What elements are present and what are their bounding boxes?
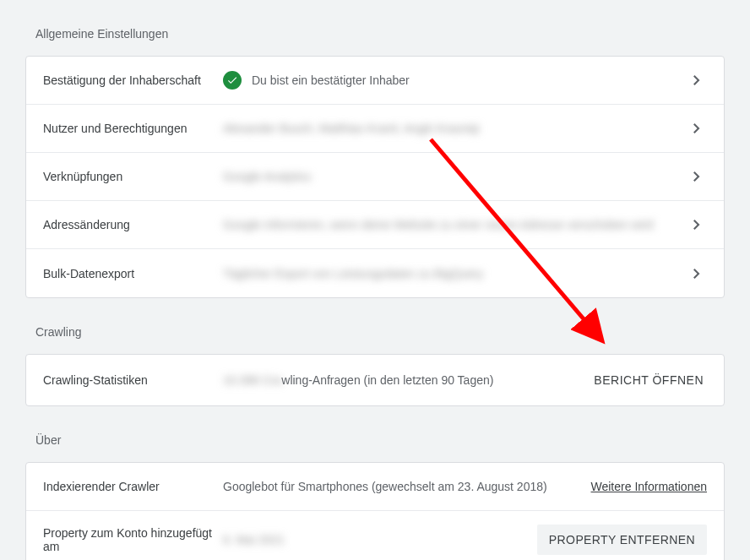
row-label: Verknüpfungen: [43, 170, 223, 183]
crawler-value: Googlebot für Smartphones (gewechselt am…: [223, 480, 547, 493]
section-title-general: Allgemeine Einstellungen: [35, 27, 725, 41]
row-label: Bestätigung der Inhaberschaft: [43, 73, 223, 87]
chevron-right-icon: [687, 118, 707, 139]
row-property-added: Property zum Konto hinzugefügt am 6. Mai…: [26, 511, 724, 560]
section-title-crawling: Crawling: [35, 325, 725, 339]
chevron-right-icon: [687, 215, 707, 235]
chevron-right-icon: [687, 166, 707, 187]
row-label: Adressänderung: [43, 218, 223, 231]
section-title-about: Über: [35, 433, 725, 447]
check-circle-icon: [223, 71, 242, 90]
blurred-value: Google Analytics: [223, 170, 311, 183]
row-users-permissions[interactable]: Nutzer und Berechtigungen Alexander Busc…: [26, 105, 724, 153]
chevron-right-icon: [687, 264, 707, 284]
row-label: Property zum Konto hinzugefügt am: [43, 526, 223, 553]
blurred-value: Täglicher Export von Leistungsdaten zu B…: [223, 267, 483, 280]
row-content: 10.396 Crawling-Anfragen (in den letzten…: [223, 373, 590, 387]
blurred-value: Google informieren, wenn deine Website z…: [223, 218, 653, 231]
row-label: Indexierender Crawler: [43, 480, 223, 493]
row-indexing-crawler: Indexierender Crawler Googlebot für Smar…: [26, 463, 724, 511]
blurred-prefix: 10.396 Cra: [223, 373, 281, 387]
chevron-right-icon: [687, 70, 707, 90]
crawling-card: Crawling-Statistiken 10.396 Crawling-Anf…: [25, 354, 725, 406]
blurred-value: 6. Mai 2021: [223, 533, 285, 546]
open-report-button[interactable]: BERICHT ÖFFNEN: [590, 367, 707, 394]
row-address-change[interactable]: Adressänderung Google informieren, wenn …: [26, 201, 724, 249]
blurred-value: Alexander Busch, Matthias Kraml, Angki K…: [223, 122, 479, 135]
row-content: 6. Mai 2021: [223, 533, 537, 546]
row-crawling-stats: Crawling-Statistiken 10.396 Crawling-Anf…: [26, 355, 724, 405]
row-bulk-export[interactable]: Bulk-Datenexport Täglicher Export von Le…: [26, 249, 724, 297]
row-label: Nutzer und Berechtigungen: [43, 122, 223, 135]
row-content: Google informieren, wenn deine Website z…: [223, 218, 687, 231]
row-content: Google Analytics: [223, 170, 687, 183]
general-settings-card: Bestätigung der Inhaberschaft Du bist ei…: [25, 56, 725, 298]
row-label: Bulk-Datenexport: [43, 267, 223, 280]
row-content: Täglicher Export von Leistungsdaten zu B…: [223, 267, 687, 280]
row-associations[interactable]: Verknüpfungen Google Analytics: [26, 153, 724, 201]
ownership-status-text: Du bist ein bestätigter Inhaber: [252, 73, 410, 87]
crawling-stats-value: wling-Anfragen (in den letzten 90 Tagen): [281, 373, 493, 387]
row-content: Du bist ein bestätigter Inhaber: [223, 71, 687, 90]
row-ownership-verification[interactable]: Bestätigung der Inhaberschaft Du bist ei…: [26, 57, 724, 105]
row-content: Alexander Busch, Matthias Kraml, Angki K…: [223, 122, 687, 135]
row-label: Crawling-Statistiken: [43, 373, 223, 387]
more-info-link[interactable]: Weitere Informationen: [591, 480, 707, 493]
about-card: Indexierender Crawler Googlebot für Smar…: [25, 462, 725, 560]
row-content: Googlebot für Smartphones (gewechselt am…: [223, 480, 591, 493]
remove-property-button[interactable]: PROPERTY ENTFERNEN: [537, 525, 707, 555]
